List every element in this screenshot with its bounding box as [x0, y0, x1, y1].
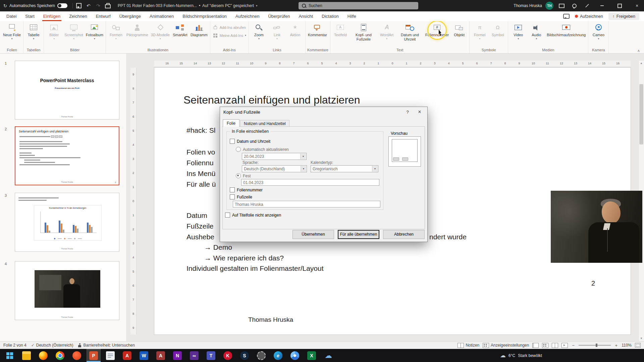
saved-status[interactable]: Auf "diesem PC" gespeichert [202, 3, 254, 8]
ribbon-tab-bildschirmpräsentation[interactable]: Bildschirmpräsentation [178, 11, 231, 21]
ribbon-button-tabelle[interactable]: Tabelle▾ [24, 21, 43, 48]
slide-body-line[interactable]: Aushebe [186, 233, 214, 241]
ribbon-tab-dictation[interactable]: Dictation [317, 11, 343, 21]
slide-body-line[interactable]: Foliennu [186, 159, 214, 167]
accessibility-button[interactable]: Barrierefreiheit: Untersuchen [78, 343, 135, 348]
footer-text-input[interactable]: Thomas Hruska [233, 201, 380, 207]
ribbon-button-objekt[interactable]: Objekt [450, 21, 468, 48]
taskbar-app-word[interactable]: W [137, 349, 151, 362]
ribbon-button-3d-modelle[interactable]: 3D-Modelle▾ [150, 21, 171, 48]
slide-body-line[interactable]: Datum [186, 212, 207, 220]
ribbon-tab-aufzeichnen[interactable]: Aufzeichnen [231, 11, 264, 21]
ribbon-button-screenshot[interactable]: Screenshot▾ [63, 21, 85, 48]
notes-button[interactable]: Notizen [458, 343, 479, 348]
apply-button[interactable]: Übernehmen [292, 230, 334, 239]
ribbon-tab-übergänge[interactable]: Übergänge [115, 11, 145, 21]
taskbar-app-keeper[interactable]: K [221, 349, 235, 362]
footer-checkbox[interactable]: Fußzeile [230, 194, 252, 199]
taskbar-app-onenote[interactable]: N [170, 349, 184, 362]
present-display-button[interactable] [557, 0, 566, 11]
taskbar-app-teams[interactable]: T [204, 349, 218, 362]
ribbon-button-aktion[interactable]: Aktion [286, 21, 304, 48]
ribbon-tab-überprüfen[interactable]: Überprüfen [264, 11, 294, 21]
date-time-checkbox[interactable]: Datum und Uhrzeit [230, 139, 270, 144]
fixed-date-input[interactable]: 01.04.2023 [241, 179, 379, 186]
checkbox-icon[interactable] [225, 213, 230, 218]
slide-thumbnail-4[interactable]: Thomas Hruska [15, 261, 119, 320]
ribbon-tab-einfügen[interactable]: Einfügen [39, 11, 65, 21]
ribbon-button-kopf-und-fußzeile[interactable]: Kopf- und Fußzeile [350, 21, 378, 48]
ribbon-button-bildschirmaufzeichnung[interactable]: Bildschirmaufzeichnung [545, 21, 587, 48]
reading-view-button[interactable] [552, 343, 558, 348]
taskbar-weather[interactable]: ☁ 6°C Stark bewölkt [500, 349, 542, 362]
ribbon-button-wordart[interactable]: WordArt▾ [378, 21, 396, 48]
taskbar-app-powerpoint[interactable]: P [87, 349, 101, 362]
slide-body-fragment[interactable]: ndert wurde [429, 233, 467, 241]
ribbon-button-meine-add-ins[interactable]: Meine Add-Ins▾ [213, 33, 246, 38]
slide-body-line[interactable]: Ins Menü [186, 170, 215, 178]
taskbar-app-chrome[interactable] [53, 349, 67, 362]
slideshow-view-button[interactable] [561, 343, 568, 348]
taskbar-app-access[interactable]: A [154, 349, 168, 362]
dialog-help-button[interactable]: ? [403, 109, 412, 116]
undo-button[interactable]: ↶ [84, 1, 93, 10]
maximize-button[interactable] [612, 0, 627, 11]
slide-body-line[interactable]: Folien vo [186, 148, 215, 156]
auto-date-combobox[interactable]: 20.04.2023 ▼ [242, 153, 307, 160]
ribbon-button-kommentar[interactable]: Kommentar [307, 21, 328, 48]
taskbar-app-acrobat[interactable]: A [120, 349, 134, 362]
ribbon-tab-zeichnen[interactable]: Zeichnen [65, 11, 91, 21]
ribbon-button-bilder[interactable]: Bilder▾ [45, 21, 63, 48]
zoom-slider[interactable] [579, 345, 611, 346]
avatar[interactable]: TH [545, 2, 553, 10]
ribbon-button-formel[interactable]: Formel▾ [471, 21, 489, 48]
dialog-tab-folie[interactable]: Folie [223, 119, 239, 127]
apply-all-button[interactable]: Für alle übernehmen [338, 230, 379, 239]
save-button[interactable] [74, 1, 83, 10]
fixed-date-radio[interactable]: Fest [236, 173, 251, 178]
ribbon-button-video[interactable]: Video▾ [509, 21, 527, 48]
auto-update-radio[interactable]: Automatisch aktualisieren [236, 147, 289, 152]
autosave-toggle[interactable]: ↻ Automatisches Speichern [0, 3, 71, 8]
ribbon-button-neue-folie[interactable]: Neue Folie▾ [2, 21, 22, 48]
ribbon-button-formen[interactable]: Formen▾ [107, 21, 125, 48]
pen-button[interactable] [582, 0, 592, 11]
close-button[interactable]: × [630, 0, 644, 11]
ribbon-button-piktogramme[interactable]: Piktogramme [125, 21, 150, 48]
language-combobox[interactable]: Deutsch (Deutschland) ▼ [242, 165, 307, 172]
checkbox-icon[interactable] [230, 139, 235, 144]
slide-number-checkbox[interactable]: Foliennummer [230, 187, 263, 192]
taskbar-app-notepad[interactable] [103, 349, 117, 362]
comments-icon[interactable] [563, 14, 570, 19]
ribbon-button-zoom[interactable]: Zoom▾ [250, 21, 268, 48]
ribbon-tab-animationen[interactable]: Animationen [145, 11, 178, 21]
ribbon-button-foliennummer[interactable]: Foliennummer [424, 21, 450, 48]
radio-selected-icon[interactable] [236, 173, 241, 178]
slide-body-line[interactable]: Fußzeile [186, 222, 214, 230]
cancel-button[interactable]: Abbrechen [383, 230, 425, 239]
slide-sorter-view-button[interactable] [542, 343, 548, 348]
taskbar-app-onedrive[interactable]: ☁ [321, 349, 335, 362]
fit-slide-to-window-button[interactable] [635, 343, 641, 348]
ribbon-button-cameo[interactable]: Cameo▾ [589, 21, 607, 48]
slide-body-line[interactable]: Individuell gestalten im Folienmaster/La… [186, 264, 324, 273]
redo-button[interactable]: ↷ [94, 1, 103, 10]
autosave-switch[interactable] [57, 3, 67, 8]
minimize-button[interactable] [595, 0, 609, 11]
search-box[interactable]: Suchen [299, 2, 418, 9]
language-button[interactable]: ✓ Deutsch (Österreich) [31, 343, 73, 348]
checkbox-icon[interactable] [230, 194, 235, 199]
taskbar-app-visual-studio[interactable]: ∞ [187, 349, 201, 362]
zoom-level[interactable]: 110% [622, 343, 632, 348]
taskbar-app-file-explorer[interactable] [19, 349, 34, 362]
dialog-tab-notizen-handzettel[interactable]: Notizen und Handzettel [240, 120, 289, 127]
slide-body-line[interactable]: → Wie repariere ich das? [204, 254, 284, 262]
zoom-in-button[interactable]: + [614, 343, 618, 348]
ideas-button[interactable] [570, 0, 579, 11]
ribbon-tab-hilfe[interactable]: Hilfe [343, 11, 361, 21]
hide-on-title-slide-checkbox[interactable]: Auf Titelfolie nicht anzeigen [225, 213, 281, 218]
taskbar-app-settings[interactable] [254, 349, 268, 362]
ribbon-button-audio[interactable]: Audio▾ [527, 21, 545, 48]
print-button[interactable] [104, 1, 112, 10]
ribbon-button-add-ins-abrufen[interactable]: Add-Ins abrufen [213, 25, 246, 30]
